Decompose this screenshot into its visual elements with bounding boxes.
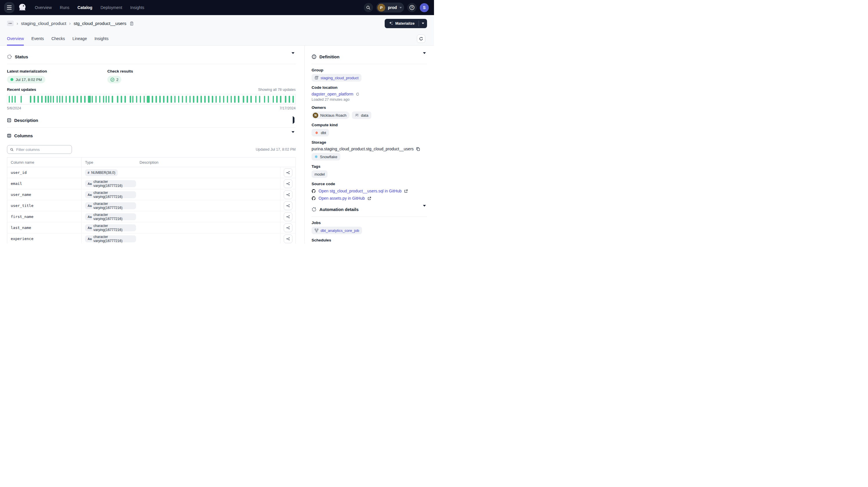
nav-item-runs[interactable]: Runs <box>60 5 69 10</box>
menu-button[interactable] <box>4 2 14 13</box>
copy-storage-button[interactable] <box>416 147 420 151</box>
definition-section-header[interactable]: Definition <box>312 53 427 60</box>
source-code-link-sql[interactable]: Open stg_cloud_product__users.sql in Git… <box>318 189 402 193</box>
update-bar[interactable] <box>69 96 70 103</box>
update-bar[interactable] <box>45 96 46 103</box>
update-bar[interactable] <box>112 96 113 103</box>
nav-item-catalog[interactable]: Catalog <box>78 5 92 10</box>
update-bar[interactable] <box>193 96 194 103</box>
latest-materialization-pill[interactable]: Jul 17, 8:02 PM <box>7 76 45 83</box>
source-code-link-assets[interactable]: Open assets.py in GitHub <box>318 196 365 201</box>
update-bar[interactable] <box>99 96 101 103</box>
update-bar[interactable] <box>152 96 153 103</box>
update-bar[interactable] <box>159 96 161 103</box>
update-bar[interactable] <box>189 96 191 103</box>
description-section-header[interactable]: Description <box>7 116 296 124</box>
reload-icon[interactable] <box>356 92 360 96</box>
update-bar[interactable] <box>178 96 180 103</box>
job-tag[interactable]: dbt_analytics_core_job <box>312 227 362 234</box>
update-bar[interactable] <box>264 96 266 103</box>
column-lineage-button[interactable] <box>284 212 292 221</box>
collapse-section-button[interactable] <box>290 53 296 60</box>
help-button[interactable]: ? <box>407 3 416 12</box>
filter-columns-input[interactable] <box>16 147 69 152</box>
update-bar[interactable] <box>174 96 176 103</box>
status-section-header[interactable]: Status <box>7 53 296 60</box>
update-bar[interactable] <box>76 96 78 103</box>
materialize-button[interactable]: Materialize <box>385 19 418 28</box>
collapse-section-button[interactable] <box>290 132 296 139</box>
update-bar[interactable] <box>212 96 213 103</box>
copy-asset-name-button[interactable] <box>129 21 134 26</box>
update-bar[interactable] <box>255 96 257 103</box>
update-bar[interactable] <box>243 96 244 103</box>
update-bar[interactable] <box>155 96 157 103</box>
update-bar[interactable] <box>292 96 294 103</box>
update-bar[interactable] <box>285 96 286 103</box>
nav-item-insights[interactable]: Insights <box>130 5 144 10</box>
update-bar[interactable] <box>80 96 82 103</box>
owner-team-tag[interactable]: data <box>352 112 371 119</box>
update-bar[interactable] <box>268 96 269 103</box>
compute-kind-tag[interactable]: dbt <box>312 129 329 136</box>
update-bar[interactable] <box>276 96 278 103</box>
update-bar[interactable] <box>21 96 22 103</box>
update-bar[interactable] <box>140 96 141 103</box>
update-bar[interactable] <box>259 96 260 103</box>
update-bar[interactable] <box>280 96 281 103</box>
update-bar[interactable] <box>88 96 91 103</box>
group-tag[interactable]: staging_cloud_product <box>312 74 362 82</box>
update-bar[interactable] <box>117 96 118 103</box>
update-bar[interactable] <box>66 96 67 103</box>
column-lineage-button[interactable] <box>284 235 292 243</box>
update-bar[interactable] <box>14 96 16 103</box>
columns-section-header[interactable]: Columns <box>7 132 296 139</box>
update-bar[interactable] <box>50 96 52 103</box>
update-bar[interactable] <box>11 96 13 103</box>
update-bar[interactable] <box>167 96 168 103</box>
update-bar[interactable] <box>219 96 221 103</box>
materialize-options-button[interactable] <box>419 19 427 28</box>
collapse-section-button[interactable] <box>422 53 427 60</box>
tab-insights[interactable]: Insights <box>95 36 108 45</box>
update-bar[interactable] <box>200 96 202 103</box>
update-bar[interactable] <box>216 96 217 103</box>
update-bar[interactable] <box>9 96 10 103</box>
update-bar[interactable] <box>234 96 236 103</box>
update-bar[interactable] <box>247 96 248 103</box>
update-bar[interactable] <box>53 96 54 103</box>
update-bar[interactable] <box>132 96 134 103</box>
update-bar[interactable] <box>163 96 164 103</box>
update-bar[interactable] <box>103 96 104 103</box>
update-bar[interactable] <box>84 96 86 103</box>
update-bar[interactable] <box>273 96 274 103</box>
update-bar[interactable] <box>121 96 122 103</box>
update-bar[interactable] <box>186 96 187 103</box>
breadcrumb-ellipsis-button[interactable] <box>7 21 13 26</box>
update-bar[interactable] <box>37 96 39 103</box>
tab-events[interactable]: Events <box>31 36 44 45</box>
check-results-pill[interactable]: 2 <box>107 76 121 83</box>
update-bar[interactable] <box>30 96 31 103</box>
update-bar[interactable] <box>144 96 145 103</box>
update-bar[interactable] <box>289 96 290 103</box>
tab-lineage[interactable]: Lineage <box>72 36 87 45</box>
update-bar[interactable] <box>208 96 210 103</box>
update-bar[interactable] <box>73 96 74 103</box>
tab-overview[interactable]: Overview <box>7 36 24 45</box>
user-avatar[interactable]: S <box>420 3 429 12</box>
update-bar[interactable] <box>182 96 183 103</box>
update-bar[interactable] <box>250 96 252 103</box>
update-bar[interactable] <box>108 96 110 103</box>
update-bar[interactable] <box>130 96 131 103</box>
tag[interactable]: model <box>312 170 328 178</box>
update-bar[interactable] <box>147 96 150 103</box>
column-lineage-button[interactable] <box>284 168 292 177</box>
refresh-button[interactable] <box>417 34 425 43</box>
update-bar[interactable] <box>105 96 107 103</box>
deployment-switcher[interactable]: P prod <box>376 3 404 12</box>
update-bar[interactable] <box>230 96 232 103</box>
update-bar[interactable] <box>62 96 63 103</box>
update-bar[interactable] <box>197 96 198 103</box>
update-bar[interactable] <box>48 96 49 103</box>
